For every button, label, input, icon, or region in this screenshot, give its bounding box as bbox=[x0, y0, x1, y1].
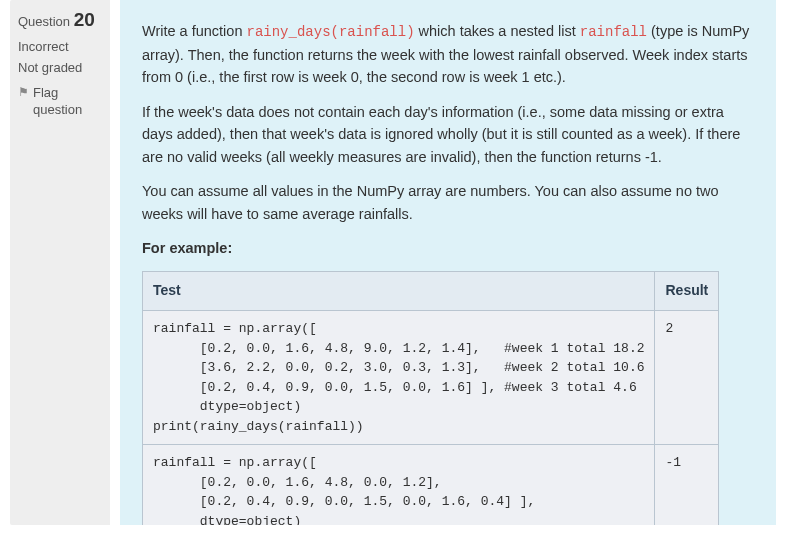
question-status: Incorrect bbox=[18, 39, 102, 54]
result-text: -1 bbox=[665, 453, 708, 473]
question-number: 20 bbox=[74, 9, 95, 30]
code-inline-function: rainy_days(rainfall) bbox=[247, 24, 415, 40]
example-table: Test Result rainfall = np.array([ [0.2, … bbox=[142, 271, 719, 525]
cell-result: 2 bbox=[655, 311, 719, 445]
paragraph-3: You can assume all values in the NumPy a… bbox=[142, 180, 754, 225]
question-wrap: Question 20 Incorrect Not graded ⚑ Flag … bbox=[10, 0, 776, 525]
table-row: rainfall = np.array([ [0.2, 0.0, 1.6, 4.… bbox=[143, 311, 719, 445]
question-sidebar: Question 20 Incorrect Not graded ⚑ Flag … bbox=[10, 0, 110, 525]
question-label: Question 20 bbox=[18, 10, 102, 31]
cell-result: -1 bbox=[655, 445, 719, 525]
table-row: rainfall = np.array([ [0.2, 0.0, 1.6, 4.… bbox=[143, 445, 719, 525]
cell-test: rainfall = np.array([ [0.2, 0.0, 1.6, 4.… bbox=[143, 311, 655, 445]
table-header-row: Test Result bbox=[143, 272, 719, 311]
flag-question-link[interactable]: ⚑ Flag question bbox=[18, 85, 102, 119]
question-grade: Not graded bbox=[18, 60, 102, 75]
paragraph-1-text-a: Write a function bbox=[142, 23, 247, 39]
code-inline-param: rainfall bbox=[580, 24, 647, 40]
flag-icon: ⚑ bbox=[18, 85, 29, 101]
paragraph-2: If the week's data does not contain each… bbox=[142, 101, 754, 168]
question-content: Write a function rainy_days(rainfall) wh… bbox=[120, 0, 776, 525]
flag-question-label: Flag question bbox=[33, 85, 102, 119]
paragraph-1: Write a function rainy_days(rainfall) wh… bbox=[142, 20, 754, 89]
result-text: 2 bbox=[665, 319, 708, 339]
col-header-result: Result bbox=[655, 272, 719, 311]
paragraph-1-text-b: which takes a nested list bbox=[415, 23, 580, 39]
for-example-text: For example: bbox=[142, 240, 232, 256]
for-example-label: For example: bbox=[142, 237, 754, 259]
cell-test: rainfall = np.array([ [0.2, 0.0, 1.6, 4.… bbox=[143, 445, 655, 525]
col-header-test: Test bbox=[143, 272, 655, 311]
question-word: Question bbox=[18, 14, 70, 29]
code-block: rainfall = np.array([ [0.2, 0.0, 1.6, 4.… bbox=[153, 453, 644, 525]
code-block: rainfall = np.array([ [0.2, 0.0, 1.6, 4.… bbox=[153, 319, 644, 436]
